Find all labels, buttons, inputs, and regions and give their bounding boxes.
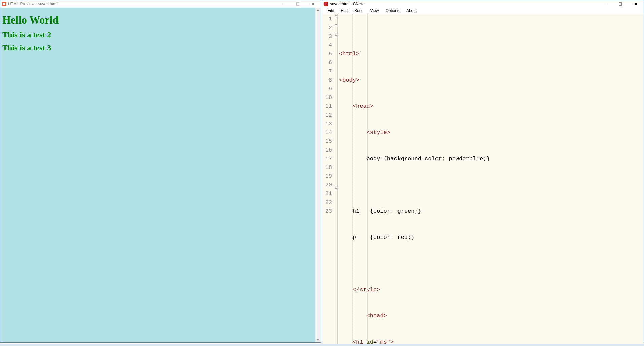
line-number: 5 bbox=[322, 50, 334, 58]
line-number-gutter: 1 2 3 4 5 6 7 8 9 10 11 12 13 14 15 16 1… bbox=[322, 14, 334, 346]
preview-scrollbar[interactable]: ▲ ▼ bbox=[315, 8, 321, 342]
fold-marker-icon[interactable]: - bbox=[335, 186, 337, 189]
line-number: 20 bbox=[322, 181, 334, 189]
line-number: 2 bbox=[322, 24, 334, 32]
preview-h1: Hello World bbox=[2, 14, 313, 26]
code-text: <head> bbox=[339, 103, 373, 110]
line-number: 18 bbox=[322, 163, 334, 172]
line-number: 4 bbox=[322, 41, 334, 50]
svg-rect-8 bbox=[325, 4, 327, 4]
code-text: <body> bbox=[339, 77, 359, 83]
svg-rect-3 bbox=[296, 3, 299, 5]
app-icon bbox=[324, 2, 328, 6]
preview-title: HTML Preview - saved.html bbox=[8, 2, 58, 6]
menu-about[interactable]: About bbox=[403, 8, 420, 14]
maximize-button[interactable] bbox=[613, 0, 628, 8]
menu-bar: File Edit Build View Options About bbox=[322, 8, 644, 14]
menu-options[interactable]: Options bbox=[382, 8, 403, 14]
fold-marker-icon[interactable]: - bbox=[335, 15, 337, 18]
close-button[interactable] bbox=[628, 0, 644, 8]
svg-rect-11 bbox=[619, 3, 622, 5]
preview-h2-a: This is a test 2 bbox=[2, 30, 313, 39]
line-number: 6 bbox=[322, 58, 334, 67]
maximize-button[interactable] bbox=[290, 0, 305, 8]
svg-rect-7 bbox=[325, 3, 327, 3]
line-number: 8 bbox=[322, 76, 334, 85]
line-number: 7 bbox=[322, 67, 334, 76]
minimize-button[interactable] bbox=[274, 0, 290, 8]
preview-window: HTML Preview - saved.html Hello World Th… bbox=[0, 0, 321, 343]
app-icon bbox=[2, 2, 6, 6]
editor-area[interactable]: 1 2 3 4 5 6 7 8 9 10 11 12 13 14 15 16 1… bbox=[322, 14, 644, 346]
line-number: 17 bbox=[322, 155, 334, 163]
code-text: body {background-color: powderblue;} bbox=[339, 156, 490, 162]
editor-title: saved.html - CNote bbox=[330, 2, 365, 6]
scroll-up-arrow-icon[interactable]: ▲ bbox=[317, 8, 320, 11]
taskbar[interactable] bbox=[0, 344, 644, 346]
code-text: <style> bbox=[339, 129, 390, 136]
editor-window: saved.html - CNote File Edit Build View … bbox=[322, 0, 644, 343]
close-button[interactable] bbox=[305, 0, 321, 8]
menu-build[interactable]: Build bbox=[351, 8, 367, 14]
minimize-button[interactable] bbox=[597, 0, 613, 8]
code-text: <html> bbox=[339, 51, 359, 57]
menu-edit[interactable]: Edit bbox=[337, 8, 351, 14]
fold-marker-icon[interactable]: - bbox=[335, 33, 337, 36]
line-number: 12 bbox=[322, 111, 334, 120]
svg-rect-9 bbox=[325, 5, 326, 5]
line-number: 13 bbox=[322, 120, 334, 128]
fold-strip: - - - - bbox=[334, 14, 338, 346]
preview-titlebar[interactable]: HTML Preview - saved.html bbox=[0, 0, 321, 8]
preview-h2-b: This is a test 3 bbox=[2, 43, 313, 52]
line-number: 22 bbox=[322, 198, 334, 207]
line-number: 9 bbox=[322, 85, 334, 93]
editor-titlebar[interactable]: saved.html - CNote bbox=[322, 0, 644, 8]
line-number: 19 bbox=[322, 172, 334, 181]
code-text: </style> bbox=[339, 287, 380, 293]
code-text: p {color: red;} bbox=[339, 234, 414, 241]
line-number: 23 bbox=[322, 207, 334, 216]
code-text: h1 {color: green;} bbox=[339, 208, 421, 214]
line-number: 14 bbox=[322, 128, 334, 137]
menu-file[interactable]: File bbox=[324, 8, 337, 14]
line-number: 11 bbox=[322, 102, 334, 111]
scroll-down-arrow-icon[interactable]: ▼ bbox=[317, 339, 320, 342]
menu-view[interactable]: View bbox=[367, 8, 382, 14]
preview-viewport: Hello World This is a test 2 This is a t… bbox=[0, 8, 315, 342]
code-text: <head> bbox=[339, 313, 387, 319]
line-number: 21 bbox=[322, 189, 334, 198]
code-editor[interactable]: <html> <body> <head> <style> body {backg… bbox=[338, 14, 644, 346]
line-number: 15 bbox=[322, 137, 334, 146]
line-number: 16 bbox=[322, 146, 334, 155]
fold-marker-icon[interactable]: - bbox=[335, 24, 337, 27]
line-number: 10 bbox=[322, 93, 334, 102]
svg-rect-1 bbox=[3, 3, 5, 5]
line-number: 1 bbox=[322, 15, 334, 24]
line-number: 3 bbox=[322, 32, 334, 41]
